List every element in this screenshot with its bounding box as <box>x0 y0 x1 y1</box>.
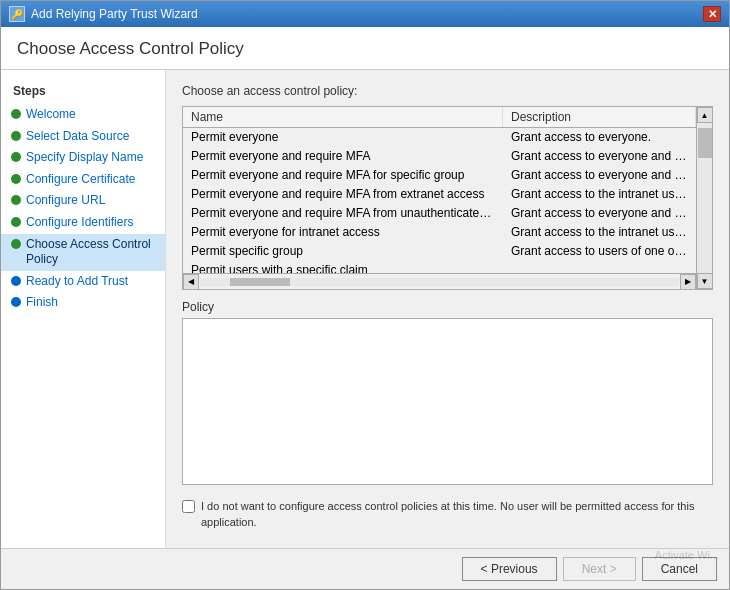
td-desc-1: Grant access to everyone and requir <box>503 147 696 165</box>
table-row[interactable]: Permit everyone and require MFA from ext… <box>183 185 696 204</box>
td-desc-7 <box>503 261 696 273</box>
v-scrollbar[interactable]: ▲ ▼ <box>696 107 712 289</box>
page-title: Choose Access Control Policy <box>1 27 729 70</box>
window-title: Add Relying Party Trust Wizard <box>31 7 198 21</box>
td-name-3: Permit everyone and require MFA from ext… <box>183 185 503 203</box>
footer: < Previous Next > Cancel <box>1 548 729 589</box>
table-row[interactable]: Permit everyone for intranet access Gran… <box>183 223 696 242</box>
th-name: Name <box>183 107 503 127</box>
dot-ready <box>11 276 21 286</box>
title-bar-left: 🔑 Add Relying Party Trust Wizard <box>9 6 198 22</box>
policy-section: Policy <box>182 300 713 485</box>
policy-table-outer: Name Description Permit everyone Grant a… <box>182 106 713 290</box>
checkbox-row: I do not want to configure access contro… <box>182 495 713 534</box>
v-scroll-up-btn[interactable]: ▲ <box>697 107 713 123</box>
td-desc-2: Grant access to everyone and requir <box>503 166 696 184</box>
table-row[interactable]: Permit everyone Grant access to everyone… <box>183 128 696 147</box>
v-scroll-track[interactable] <box>697 123 712 273</box>
dot-url <box>11 195 21 205</box>
policy-table-inner: Name Description Permit everyone Grant a… <box>183 107 696 289</box>
table-header: Name Description <box>183 107 696 128</box>
main-window: 🔑 Add Relying Party Trust Wizard ✕ Choos… <box>0 0 730 590</box>
content-area: Steps Welcome Select Data Source Specify… <box>1 70 729 548</box>
h-scroll-left-btn[interactable]: ◀ <box>183 274 199 290</box>
table-row[interactable]: Permit everyone and require MFA from una… <box>183 204 696 223</box>
table-row[interactable]: Permit everyone and require MFA Grant ac… <box>183 147 696 166</box>
td-desc-4: Grant access to everyone and requir <box>503 204 696 222</box>
v-scroll-thumb[interactable] <box>698 128 712 158</box>
sidebar-item-certificate[interactable]: Configure Certificate <box>1 169 165 191</box>
td-name-7: Permit users with a specific claim <box>183 261 503 273</box>
sidebar-item-displayname[interactable]: Specify Display Name <box>1 147 165 169</box>
dot-finish <box>11 297 21 307</box>
sidebar-item-identifiers[interactable]: Configure Identifiers <box>1 212 165 234</box>
td-name-4: Permit everyone and require MFA from una… <box>183 204 503 222</box>
close-button[interactable]: ✕ <box>703 6 721 22</box>
h-scrollbar[interactable]: ◀ ▶ <box>183 273 696 289</box>
table-body[interactable]: Permit everyone Grant access to everyone… <box>183 128 696 273</box>
td-name-2: Permit everyone and require MFA for spec… <box>183 166 503 184</box>
dot-datasource <box>11 131 21 141</box>
sidebar-item-url[interactable]: Configure URL <box>1 190 165 212</box>
no-policy-checkbox[interactable] <box>182 500 195 513</box>
td-name-6: Permit specific group <box>183 242 503 260</box>
sidebar-item-access-control[interactable]: Choose Access Control Policy <box>1 234 165 271</box>
th-description: Description <box>503 107 696 127</box>
dot-displayname <box>11 152 21 162</box>
h-scroll-right-btn[interactable]: ▶ <box>680 274 696 290</box>
td-desc-0: Grant access to everyone. <box>503 128 696 146</box>
dot-identifiers <box>11 217 21 227</box>
policy-box <box>182 318 713 485</box>
dot-certificate <box>11 174 21 184</box>
td-desc-6: Grant access to users of one or more <box>503 242 696 260</box>
section-label: Choose an access control policy: <box>182 84 713 98</box>
h-scroll-track[interactable] <box>200 278 679 286</box>
sidebar-item-datasource[interactable]: Select Data Source <box>1 126 165 148</box>
dot-welcome <box>11 109 21 119</box>
table-row[interactable]: Permit users with a specific claim <box>183 261 696 273</box>
sidebar-item-ready[interactable]: Ready to Add Trust <box>1 271 165 293</box>
h-scroll-thumb[interactable] <box>230 278 290 286</box>
cancel-button[interactable]: Cancel <box>642 557 717 581</box>
table-row[interactable]: Permit specific group Grant access to us… <box>183 242 696 261</box>
main-panel: Choose an access control policy: Name De… <box>166 70 729 548</box>
sidebar-item-welcome[interactable]: Welcome <box>1 104 165 126</box>
checkbox-label: I do not want to configure access contro… <box>201 499 713 530</box>
next-button[interactable]: Next > <box>563 557 636 581</box>
td-name-1: Permit everyone and require MFA <box>183 147 503 165</box>
app-icon: 🔑 <box>9 6 25 22</box>
td-desc-5: Grant access to the intranet users. <box>503 223 696 241</box>
td-name-5: Permit everyone for intranet access <box>183 223 503 241</box>
table-row[interactable]: Permit everyone and require MFA for spec… <box>183 166 696 185</box>
td-name-0: Permit everyone <box>183 128 503 146</box>
policy-label: Policy <box>182 300 713 314</box>
sidebar-section-title: Steps <box>1 80 165 104</box>
td-desc-3: Grant access to the intranet users an <box>503 185 696 203</box>
dot-access-control <box>11 239 21 249</box>
sidebar: Steps Welcome Select Data Source Specify… <box>1 70 166 548</box>
sidebar-item-finish[interactable]: Finish <box>1 292 165 314</box>
v-scroll-down-btn[interactable]: ▼ <box>697 273 713 289</box>
title-bar: 🔑 Add Relying Party Trust Wizard ✕ <box>1 1 729 27</box>
previous-button[interactable]: < Previous <box>462 557 557 581</box>
